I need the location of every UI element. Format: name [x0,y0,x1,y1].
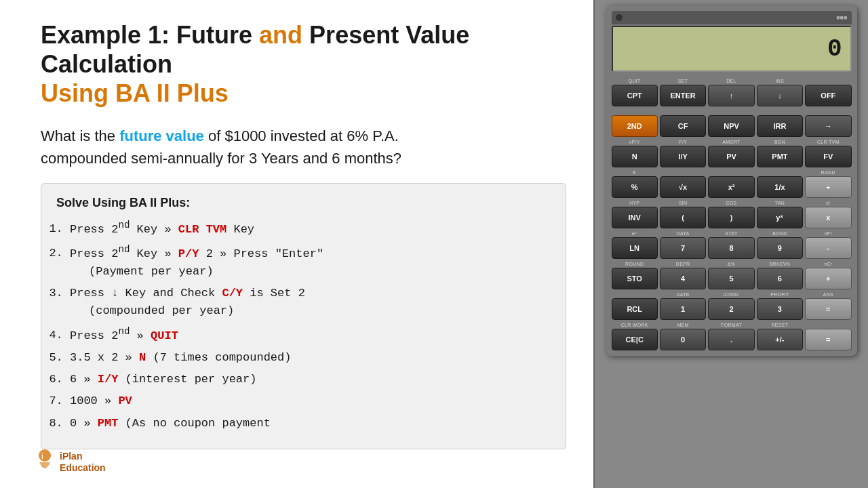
enter-button[interactable]: ENTER [660,85,706,106]
2nd-button[interactable]: 2ND [612,115,658,137]
secondary-label: AMORT [722,138,741,146]
multiply-button[interactable]: x [805,207,851,228]
inv-button[interactable]: INV [612,207,658,228]
equals-top-button[interactable]: = [805,298,851,320]
down-arrow-button[interactable]: ↓ [757,85,803,106]
secondary-label: PROFIT [770,291,789,298]
equals-button[interactable]: = [805,329,851,350]
decimal-button[interactable]: . [708,329,754,350]
secondary-label [634,291,635,298]
secondary-label [779,169,781,176]
calculator-screen: 0 [612,26,852,72]
secondary-label [827,321,829,329]
calc-col: COS ) [708,199,754,228]
calculator-top-bar: ■■■ [612,11,852,24]
calc-col: √x [660,169,706,198]
calc-col: QUIT CPT [612,77,658,106]
sto-button[interactable]: STO [612,268,658,289]
divide-button[interactable]: ÷ [805,176,851,198]
minus-button[interactable]: - [805,237,851,259]
secondary-label: nPr [824,230,832,237]
secondary-label [827,108,829,115]
cf-button[interactable]: CF [660,115,706,137]
secondary-label [682,108,684,115]
calc-row-5: HYP INV SIN ( COS ) TAN yˣ x! x [612,199,852,228]
4-button[interactable]: 4 [660,268,706,289]
secondary-label: BRKEVN [770,260,791,268]
iy-button[interactable]: I/Y [660,146,706,167]
secondary-label: DATE [676,291,689,298]
calc-col: RAND ÷ [805,169,851,198]
secondary-label: FORMAT [721,321,742,329]
calc-row-9: CLR WORK CE|C MEM 0 FORMAT . RESET +/- [612,321,852,350]
n-button[interactable]: N [612,146,658,167]
7-button[interactable]: 7 [660,237,706,259]
calc-col: DEPR 4 [660,260,706,289]
calc-row-3: xP/Y N P/Y I/Y AMORT PV BGN PMT CLR TVM [612,138,852,167]
calc-col: nCr + [805,260,851,289]
calc-row-1: QUIT CPT SET ENTER DEL ↑ INS ↓ OFF [612,77,852,106]
8-button[interactable]: 8 [708,237,754,259]
right-arrow-button[interactable]: → [805,115,851,137]
1-button[interactable]: 1 [660,298,706,320]
secondary-label: STAT [725,230,737,237]
plus-button[interactable]: + [805,268,851,289]
cpt-button[interactable]: CPT [612,85,658,106]
secondary-label: RAND [821,169,835,176]
fv-button[interactable]: FV [805,146,851,167]
power-button[interactable]: yˣ [757,207,803,228]
calc-col: HYP INV [612,199,658,228]
pmt-button[interactable]: PMT [757,146,803,167]
0-button[interactable]: 0 [660,329,706,350]
future-value-highlight: future value [119,127,204,144]
square-button[interactable]: x² [708,176,754,198]
calc-row-7: ROUND STO DEPR 4 ∆% 5 BRKEVN 6 nCr + [612,260,852,289]
calculator-panel: ■■■ 0 QUIT CPT SET ENTER DEL ↑ [593,0,868,488]
npv-button[interactable]: NPV [708,115,754,137]
secondary-label [682,169,684,176]
secondary-label: BGN [774,138,785,146]
ln-button[interactable]: LN [612,237,658,259]
calc-col: BRKEVN 6 [757,260,803,289]
calc-col: 2ND [612,108,658,137]
open-paren-button[interactable]: ( [660,207,706,228]
calc-col: SET ENTER [660,77,706,106]
off-button[interactable]: OFF [805,85,851,106]
step-5: 3.5 x 2 » N (7 times compounded) [70,349,551,367]
ce-c-button[interactable]: CE|C [612,329,658,350]
secondary-label: HYP [629,199,639,207]
calc-col: IRR [757,108,803,137]
secondary-label: CLR WORK [621,321,648,329]
calc-col: TAN yˣ [757,199,803,228]
secondary-label: K [633,169,636,176]
close-paren-button[interactable]: ) [708,207,754,228]
reciprocal-button[interactable]: 1/x [757,176,803,198]
calc-col: → [805,108,851,137]
step-7: 1000 » PV [70,392,551,410]
sqrt-button[interactable]: √x [660,176,706,198]
calc-col: P/Y I/Y [660,138,706,167]
secondary-label [730,169,732,176]
up-arrow-button[interactable]: ↑ [708,85,754,106]
calc-col: BGN PMT [757,138,803,167]
5-button[interactable]: 5 [708,268,754,289]
plus-minus-button[interactable]: +/- [757,329,803,350]
calc-col: ROUND STO [612,260,658,289]
9-button[interactable]: 9 [757,237,803,259]
2-button[interactable]: 2 [708,298,754,320]
calc-col: MEM 0 [660,321,706,350]
secondary-label: DATA [677,230,690,237]
secondary-label: RESET [772,321,789,329]
title-line2: Using BA II Plus [41,79,229,107]
6-button[interactable]: 6 [757,268,803,289]
secondary-label: x! [826,199,830,207]
secondary-label: P/Y [679,138,687,146]
percent-button[interactable]: % [612,176,658,198]
rcl-button[interactable]: RCL [612,298,658,320]
pv-button[interactable]: PV [708,146,754,167]
3-button[interactable]: 3 [757,298,803,320]
irr-button[interactable]: IRR [757,115,803,137]
secondary-label: MEM [677,321,688,329]
secondary-label: ROUND [625,260,644,268]
left-panel: Example 1: Future and Present Value Calc… [0,0,593,488]
